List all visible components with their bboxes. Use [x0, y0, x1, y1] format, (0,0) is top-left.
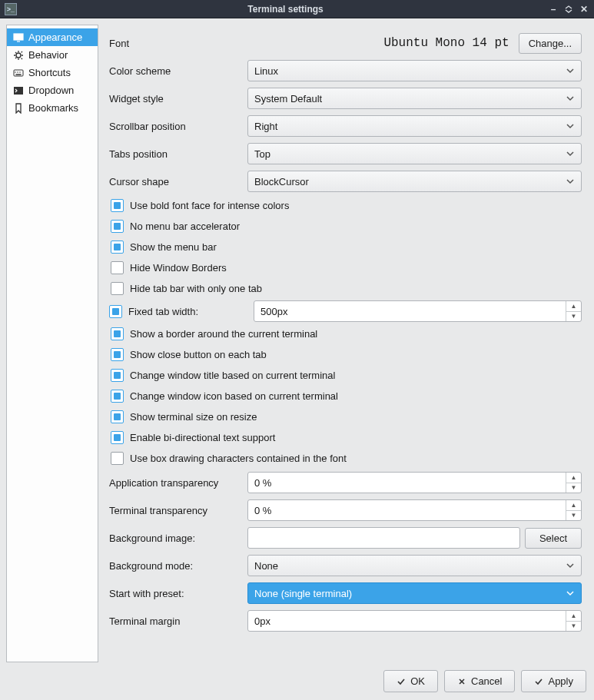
- titlebar: >_ Terminal settings – ✕: [0, 0, 594, 18]
- app-transparency-spin[interactable]: 0 % ▲▼: [247, 472, 582, 493]
- show-size-checkbox[interactable]: [111, 410, 124, 423]
- spin-down-icon[interactable]: ▼: [566, 312, 581, 322]
- preset-combo[interactable]: None (single terminal): [247, 582, 582, 604]
- close-button[interactable]: ✕: [579, 4, 589, 15]
- no-menu-accel-label: No menu bar accelerator: [130, 221, 240, 232]
- svg-rect-9: [14, 87, 23, 95]
- close-btn-tab-label: Show close button on each tab: [130, 349, 267, 360]
- chevron-down-icon: [566, 589, 575, 598]
- bold-intense-checkbox[interactable]: [111, 199, 124, 212]
- sidebar-item-label: Dropdown: [28, 85, 74, 96]
- hide-tabbar-label: Hide tab bar with only one tab: [130, 283, 262, 294]
- x-icon: [457, 677, 466, 686]
- bg-mode-combo[interactable]: None: [247, 555, 582, 576]
- widget-style-combo[interactable]: System Default: [247, 88, 582, 109]
- tabs-pos-label: Tabs position: [109, 148, 240, 160]
- check-icon: [397, 677, 406, 686]
- widget-style-label: Widget style: [109, 93, 240, 105]
- preset-label: Start with preset:: [109, 588, 240, 599]
- svg-rect-1: [15, 35, 22, 39]
- font-label: Font: [109, 38, 240, 49]
- sidebar-item-label: Shortcuts: [28, 67, 71, 78]
- box-drawing-checkbox[interactable]: [111, 452, 124, 465]
- ok-button[interactable]: OK: [383, 670, 438, 692]
- sidebar-item-bookmarks[interactable]: Bookmarks: [7, 99, 98, 117]
- apply-button[interactable]: Apply: [521, 670, 586, 692]
- show-size-label: Show terminal size on resize: [130, 411, 257, 423]
- gear-icon: [13, 50, 24, 61]
- term-transparency-spin[interactable]: 0 % ▲▼: [247, 499, 582, 521]
- check-icon: [534, 677, 543, 686]
- show-menu-checkbox[interactable]: [111, 241, 124, 254]
- dialog-footer: OK Cancel Apply: [6, 662, 588, 694]
- change-title-checkbox[interactable]: [111, 369, 124, 382]
- scrollbar-pos-combo[interactable]: Right: [247, 115, 582, 137]
- maximize-button[interactable]: [563, 4, 574, 15]
- sidebar-item-label: Behavior: [28, 49, 68, 61]
- chevron-down-icon: [566, 121, 575, 131]
- color-scheme-combo[interactable]: Linux: [247, 60, 582, 81]
- spin-up-icon[interactable]: ▲: [566, 500, 581, 511]
- sidebar: Appearance Behavior Shortcuts Dropdown B…: [6, 25, 98, 662]
- settings-panel: Font Ubuntu Mono 14 pt Change... Color s…: [105, 25, 588, 662]
- app-icon: >_: [5, 3, 17, 15]
- bookmark-icon: [13, 103, 24, 114]
- spin-down-icon[interactable]: ▼: [566, 622, 581, 632]
- term-transparency-label: Terminal transparency: [109, 505, 240, 516]
- change-icon-checkbox[interactable]: [111, 390, 124, 403]
- chevron-down-icon: [566, 561, 575, 570]
- fixed-tab-width-checkbox[interactable]: [109, 305, 122, 318]
- no-menu-accel-checkbox[interactable]: [111, 220, 124, 233]
- sidebar-item-label: Bookmarks: [28, 102, 78, 114]
- chevron-down-icon: [566, 177, 575, 186]
- select-bg-button[interactable]: Select: [525, 528, 582, 549]
- bg-mode-label: Background mode:: [109, 560, 240, 572]
- chevron-down-icon: [566, 149, 575, 158]
- chevron-down-icon: [566, 66, 575, 75]
- border-terminal-label: Show a border around the current termina…: [130, 328, 317, 340]
- chevron-down-icon: [566, 94, 575, 103]
- bg-image-label: Background image:: [109, 532, 240, 544]
- tabs-pos-combo[interactable]: Top: [247, 143, 582, 164]
- sidebar-item-appearance[interactable]: Appearance: [7, 28, 98, 46]
- cancel-button[interactable]: Cancel: [444, 670, 515, 692]
- hide-tabbar-checkbox[interactable]: [111, 282, 124, 295]
- hide-borders-checkbox[interactable]: [111, 261, 124, 274]
- change-font-button[interactable]: Change...: [519, 33, 582, 54]
- cursor-shape-label: Cursor shape: [109, 176, 240, 187]
- change-icon-label: Change window icon based on current term…: [130, 390, 338, 402]
- scrollbar-pos-label: Scrollbar position: [109, 121, 240, 132]
- cursor-shape-combo[interactable]: BlockCursor: [247, 171, 582, 192]
- spin-down-icon[interactable]: ▼: [566, 511, 581, 521]
- color-scheme-label: Color scheme: [109, 65, 240, 77]
- terminal-icon: [13, 85, 24, 96]
- spin-down-icon[interactable]: ▼: [566, 483, 581, 493]
- margin-label: Terminal margin: [109, 615, 240, 627]
- window-title: Terminal settings: [23, 4, 548, 15]
- spin-up-icon[interactable]: ▲: [566, 611, 581, 622]
- spin-up-icon[interactable]: ▲: [566, 473, 581, 483]
- hide-borders-label: Hide Window Borders: [130, 262, 227, 274]
- monitor-icon: [13, 32, 24, 43]
- box-drawing-label: Use box drawing characters contained in …: [130, 453, 347, 464]
- bg-image-field[interactable]: [247, 527, 520, 549]
- app-transparency-label: Application transparency: [109, 477, 240, 489]
- svg-rect-4: [14, 70, 23, 76]
- sidebar-item-dropdown[interactable]: Dropdown: [7, 81, 98, 99]
- fixed-tab-width-label: Fixed tab width:: [128, 306, 198, 317]
- minimize-button[interactable]: –: [548, 4, 559, 15]
- bidi-label: Enable bi-directional text support: [130, 432, 275, 443]
- svg-point-3: [16, 53, 21, 58]
- fixed-tab-width-spin[interactable]: 500px ▲▼: [254, 300, 582, 322]
- close-btn-tab-checkbox[interactable]: [111, 348, 124, 361]
- font-value: Ubuntu Mono 14 pt: [247, 36, 514, 50]
- sidebar-item-label: Appearance: [28, 32, 82, 43]
- bold-intense-label: Use bold font face for intense colors: [130, 200, 289, 211]
- sidebar-item-shortcuts[interactable]: Shortcuts: [7, 64, 98, 81]
- border-terminal-checkbox[interactable]: [111, 327, 124, 340]
- spin-up-icon[interactable]: ▲: [566, 301, 581, 312]
- bidi-checkbox[interactable]: [111, 431, 124, 444]
- margin-spin[interactable]: 0px ▲▼: [247, 610, 582, 632]
- change-title-label: Change window title based on current ter…: [130, 370, 335, 381]
- sidebar-item-behavior[interactable]: Behavior: [7, 46, 98, 64]
